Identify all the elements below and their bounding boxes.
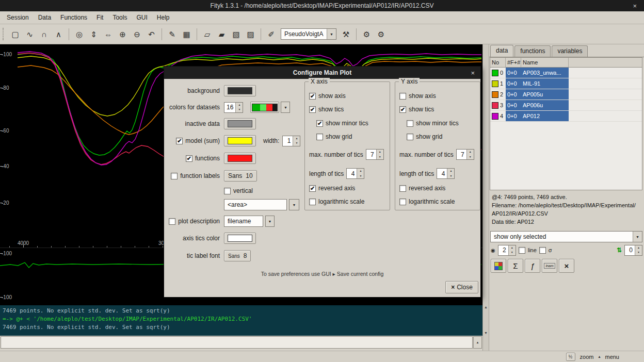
- dataset-color-swatch[interactable]: [492, 70, 498, 76]
- model-sum-checkbox[interactable]: [176, 138, 183, 144]
- spinner-arrows[interactable]: ▲▼: [508, 245, 516, 255]
- x-tic-len-spinner[interactable]: 4▲▼: [346, 168, 364, 179]
- spinner-arrows[interactable]: ▲▼: [357, 169, 364, 178]
- output-console[interactable]: 7469 points. No explicit std. dev. Set a…: [0, 305, 482, 336]
- toolbar-grip[interactable]: [3, 28, 5, 40]
- menu-session[interactable]: Session: [2, 12, 34, 23]
- dataset-color-swatch[interactable]: [492, 102, 498, 109]
- spinner-arrows[interactable]: ▲▼: [447, 169, 454, 178]
- x-reversed-checkbox[interactable]: [309, 185, 316, 192]
- zoom-vertical-button[interactable]: ⇕: [87, 27, 101, 41]
- y-show-axis-checkbox[interactable]: [399, 93, 406, 100]
- spinner-arrows[interactable]: ▲▼: [635, 245, 642, 255]
- window-close-button[interactable]: ×: [631, 0, 639, 11]
- menu-label[interactable]: menu: [605, 354, 619, 360]
- aux-scale-button[interactable]: ½: [566, 353, 575, 361]
- history-up-button[interactable]: ▲: [473, 336, 482, 349]
- x-show-grid-checkbox[interactable]: [316, 134, 323, 140]
- dialog-titlebar[interactable]: Configure Main Plot ×: [164, 67, 480, 79]
- save-session-button[interactable]: ▧: [229, 27, 243, 41]
- dataset-color-swatch[interactable]: [492, 91, 498, 98]
- dialog-close-button[interactable]: ×: [469, 69, 476, 77]
- tic-font-button[interactable]: Sans 8: [224, 250, 251, 261]
- spinner-arrows[interactable]: ▲▼: [293, 136, 300, 146]
- close-button[interactable]: × Close: [445, 281, 478, 293]
- chevron-down-icon[interactable]: ▼: [289, 200, 299, 210]
- export-image-button[interactable]: ▨: [244, 27, 257, 41]
- model-color-button[interactable]: [224, 135, 256, 146]
- spinner-arrows[interactable]: ▲▼: [235, 103, 243, 112]
- command-input[interactable]: [1, 336, 473, 349]
- table-row[interactable]: 2 0+0 AP005u: [490, 89, 642, 100]
- menu-functions[interactable]: Functions: [56, 12, 92, 23]
- chevron-down-icon[interactable]: ▼: [281, 102, 289, 112]
- functions-color-button[interactable]: [224, 153, 256, 164]
- function-style-button[interactable]: ƒ: [525, 259, 540, 273]
- sigma-checkbox[interactable]: [539, 247, 546, 254]
- dataset-color-swatch[interactable]: [492, 113, 498, 120]
- header-no[interactable]: No: [490, 58, 506, 67]
- open-data-button[interactable]: ▱: [200, 27, 214, 41]
- add-peak-mode-button[interactable]: ∧: [52, 27, 66, 41]
- baseline-mode-button[interactable]: ∩: [37, 27, 51, 41]
- line-checkbox[interactable]: [519, 247, 525, 254]
- zoom-all-button[interactable]: ◎: [72, 27, 86, 41]
- label-font-button[interactable]: Sans 10: [224, 170, 257, 182]
- table-row[interactable]: 1 0+0 MIL-91: [490, 78, 642, 89]
- y-show-tics-checkbox[interactable]: [399, 106, 406, 113]
- y-max-tics-spinner[interactable]: 7▲▼: [456, 149, 474, 160]
- tab-data[interactable]: data: [490, 45, 513, 57]
- append-data-button[interactable]: ▰: [215, 27, 229, 41]
- function-labels-checkbox[interactable]: [171, 173, 178, 179]
- table-row[interactable]: 4 0+0 AP012: [490, 111, 642, 122]
- dataset-count-spinner[interactable]: 16 ▲▼: [224, 102, 243, 113]
- chevron-down-icon[interactable]: ▼: [327, 29, 336, 39]
- edit-data-mode-button[interactable]: ∿: [23, 27, 37, 41]
- run-script-button[interactable]: ⚙: [374, 27, 388, 41]
- select-normal-mode-button[interactable]: ▢: [8, 27, 22, 41]
- table-row[interactable]: 3 0+0 AP006u: [490, 100, 642, 111]
- table-row[interactable]: 0 0+0 AP003_unwa...: [490, 68, 642, 78]
- inactive-color-button[interactable]: [224, 118, 256, 129]
- menu-data[interactable]: Data: [34, 12, 56, 23]
- y-tic-len-spinner[interactable]: 4▲▼: [437, 168, 455, 179]
- tab-functions[interactable]: functions: [514, 45, 551, 57]
- description-dropdown[interactable]: ▼: [265, 216, 275, 227]
- menu-gui[interactable]: GUI: [132, 12, 152, 23]
- menu-fit[interactable]: Fit: [92, 12, 108, 23]
- previous-zoom-button[interactable]: ↶: [144, 27, 158, 41]
- model-width-spinner[interactable]: 1 ▲▼: [282, 136, 300, 146]
- dataset-color-swatch[interactable]: [492, 80, 498, 87]
- filter-combo[interactable]: show only selected ▼: [490, 231, 642, 242]
- y-log-checkbox[interactable]: [399, 199, 406, 205]
- menu-help[interactable]: Help: [152, 12, 174, 23]
- point-size-spinner[interactable]: 2 ▲▼: [498, 245, 516, 256]
- caret-up-icon[interactable]: ▴: [598, 354, 600, 359]
- chevron-down-icon[interactable]: ▼: [633, 232, 642, 242]
- label-content-combo[interactable]: <area>: [224, 199, 287, 210]
- edit-baseline-button[interactable]: ✎: [165, 27, 179, 41]
- tools-hammer-button[interactable]: ⚒: [339, 27, 353, 41]
- colormap-dropdown[interactable]: ▼: [281, 102, 290, 113]
- vertical-checkbox[interactable]: [224, 188, 231, 194]
- rename-button[interactable]: lnam: [542, 259, 557, 273]
- header-fcount[interactable]: #F+#: [506, 58, 521, 67]
- spinner-arrows[interactable]: ▲▼: [466, 150, 474, 159]
- vertical-splitter[interactable]: ▲ ▼: [482, 44, 489, 351]
- tab-variables[interactable]: variables: [552, 45, 588, 57]
- description-combo[interactable]: filename: [224, 216, 263, 227]
- sum-button[interactable]: Σ: [508, 259, 523, 273]
- x-show-minor-tics-checkbox[interactable]: [316, 120, 323, 127]
- colormap-button[interactable]: [250, 102, 279, 113]
- plot-description-checkbox[interactable]: [169, 218, 175, 225]
- y-show-grid-checkbox[interactable]: [407, 134, 413, 140]
- y-show-minor-tics-checkbox[interactable]: [407, 120, 413, 127]
- y-reversed-checkbox[interactable]: [399, 185, 406, 192]
- zoom-out-button[interactable]: ⊖: [130, 27, 144, 41]
- zoom-in-button[interactable]: ⊕: [116, 27, 130, 41]
- background-color-button[interactable]: [224, 85, 256, 96]
- header-name[interactable]: Name: [521, 58, 569, 67]
- scroll-down-icon[interactable]: ▼: [483, 331, 489, 335]
- spinner-arrows[interactable]: ▲▼: [376, 150, 383, 159]
- zoom-horizontal-button[interactable]: ⇔: [101, 27, 115, 41]
